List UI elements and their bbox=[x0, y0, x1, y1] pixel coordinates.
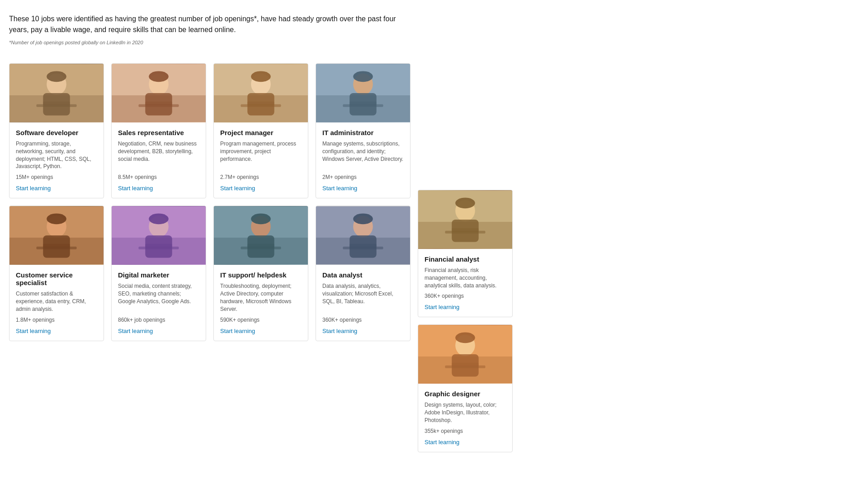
svg-rect-62 bbox=[452, 228, 478, 232]
start-learning-software-developer[interactable]: Start learning bbox=[16, 185, 97, 192]
side-card-financial-analyst: Financial analyst Financial analysis, ri… bbox=[418, 190, 513, 317]
start-learning-financial-analyst[interactable]: Start learning bbox=[425, 304, 506, 310]
card-customer-service-specialist: Customer service specialist Customer sat… bbox=[9, 206, 104, 341]
card-it-support-helpdesk: IT support/ helpdesk Troubleshooting, de… bbox=[213, 206, 308, 341]
side-card-openings-financial-analyst: 360K+ openings bbox=[425, 293, 506, 299]
start-learning-graphic-designer[interactable]: Start learning bbox=[425, 439, 506, 446]
svg-point-39 bbox=[149, 214, 169, 225]
svg-point-25 bbox=[353, 71, 373, 82]
start-learning-sales-representative[interactable]: Start learning bbox=[118, 185, 199, 192]
side-card-image-graphic-designer bbox=[418, 325, 512, 384]
svg-rect-13 bbox=[145, 102, 172, 105]
card-openings-software-developer: 15M+ openings bbox=[16, 174, 97, 180]
card-image-it-support-helpdesk bbox=[214, 206, 308, 265]
card-image-it-administrator bbox=[316, 64, 410, 122]
side-cards: Financial analyst Financial analysis, ri… bbox=[418, 190, 513, 452]
start-learning-it-administrator[interactable]: Start learning bbox=[322, 185, 404, 192]
card-image-customer-service-specialist bbox=[9, 206, 104, 265]
card-desc-project-manager: Program management, process improvement,… bbox=[220, 140, 302, 170]
card-software-developer: Software developer Programming, storage,… bbox=[9, 63, 104, 198]
svg-point-18 bbox=[251, 71, 271, 82]
side-card-title-financial-analyst: Financial analyst bbox=[425, 255, 506, 263]
svg-point-46 bbox=[251, 214, 271, 225]
card-desc-it-support-helpdesk: Troubleshooting, deployment; Active Dire… bbox=[220, 282, 302, 313]
svg-point-60 bbox=[455, 197, 475, 208]
side-card-desc-financial-analyst: Financial analysis, risk management, acc… bbox=[425, 267, 506, 289]
card-image-sales-representative bbox=[112, 64, 206, 122]
card-body-sales-representative: Sales representative Negotiation, CRM, n… bbox=[112, 122, 206, 198]
svg-point-53 bbox=[353, 214, 373, 225]
card-body-project-manager: Project manager Program management, proc… bbox=[214, 122, 308, 198]
svg-rect-55 bbox=[349, 244, 376, 248]
card-it-administrator: IT administrator Manage systems, subscri… bbox=[316, 63, 410, 198]
svg-point-32 bbox=[47, 214, 66, 225]
card-desc-customer-service-specialist: Customer satisfaction & experience, data… bbox=[16, 290, 97, 313]
intro-main-text: These 10 jobs were identified as having … bbox=[9, 14, 398, 35]
card-desc-digital-marketer: Social media, content strategy, SEO, mar… bbox=[118, 282, 199, 313]
start-learning-digital-marketer[interactable]: Start learning bbox=[118, 328, 199, 334]
cards-row-2: Customer service specialist Customer sat… bbox=[9, 206, 410, 341]
card-sales-representative: Sales representative Negotiation, CRM, n… bbox=[111, 63, 206, 198]
card-desc-it-administrator: Manage systems, subscriptions, configura… bbox=[322, 140, 404, 170]
start-learning-data-analyst[interactable]: Start learning bbox=[322, 328, 404, 334]
intro-footnote: *Number of job openings posted globally … bbox=[9, 40, 859, 45]
card-title-data-analyst: Data analyst bbox=[322, 271, 404, 279]
svg-point-67 bbox=[455, 333, 475, 343]
start-learning-customer-service-specialist[interactable]: Start learning bbox=[16, 328, 97, 334]
card-title-it-support-helpdesk: IT support/ helpdesk bbox=[220, 271, 302, 279]
card-title-project-manager: Project manager bbox=[220, 129, 302, 136]
card-openings-project-manager: 2.7M+ openings bbox=[220, 174, 302, 180]
svg-rect-34 bbox=[43, 244, 70, 248]
card-openings-customer-service-specialist: 1.8M+ openings bbox=[16, 317, 97, 323]
start-learning-it-support-helpdesk[interactable]: Start learning bbox=[220, 328, 302, 334]
start-learning-project-manager[interactable]: Start learning bbox=[220, 185, 302, 192]
svg-rect-41 bbox=[145, 244, 172, 248]
side-card-image-financial-analyst bbox=[418, 190, 512, 249]
card-body-digital-marketer: Digital marketer Social media, content s… bbox=[112, 265, 206, 340]
svg-rect-48 bbox=[247, 244, 274, 248]
svg-point-4 bbox=[47, 71, 66, 82]
card-body-software-developer: Software developer Programming, storage,… bbox=[9, 122, 104, 198]
cards-row-1: Software developer Programming, storage,… bbox=[9, 63, 410, 198]
card-openings-data-analyst: 360K+ openings bbox=[322, 317, 404, 323]
card-title-customer-service-specialist: Customer service specialist bbox=[16, 271, 97, 286]
card-title-software-developer: Software developer bbox=[16, 129, 97, 136]
side-card-title-graphic-designer: Graphic designer bbox=[425, 390, 506, 398]
card-image-data-analyst bbox=[316, 206, 410, 265]
card-body-customer-service-specialist: Customer service specialist Customer sat… bbox=[9, 265, 104, 340]
card-body-it-support-helpdesk: IT support/ helpdesk Troubleshooting, de… bbox=[214, 265, 308, 340]
card-title-digital-marketer: Digital marketer bbox=[118, 271, 199, 279]
svg-rect-27 bbox=[349, 102, 376, 105]
card-desc-software-developer: Programming, storage, networking, securi… bbox=[16, 140, 97, 170]
card-project-manager: Project manager Program management, proc… bbox=[213, 63, 308, 198]
svg-rect-20 bbox=[247, 102, 274, 105]
card-openings-sales-representative: 8.5M+ openings bbox=[118, 174, 199, 180]
main-layout: Software developer Programming, storage,… bbox=[9, 63, 859, 452]
side-card-openings-graphic-designer: 355k+ openings bbox=[425, 428, 506, 434]
card-title-sales-representative: Sales representative bbox=[118, 129, 199, 136]
card-openings-it-administrator: 2M+ openings bbox=[322, 174, 404, 180]
side-card-body-graphic-designer: Graphic designer Design systems, layout,… bbox=[418, 384, 512, 451]
side-card-desc-graphic-designer: Design systems, layout, color; Adobe InD… bbox=[425, 401, 506, 424]
card-body-it-administrator: IT administrator Manage systems, subscri… bbox=[316, 122, 410, 198]
card-title-it-administrator: IT administrator bbox=[322, 129, 404, 136]
svg-rect-69 bbox=[452, 363, 478, 366]
card-openings-digital-marketer: 860k+ job openings bbox=[118, 317, 199, 323]
card-image-software-developer bbox=[9, 64, 104, 122]
svg-point-11 bbox=[149, 71, 169, 82]
card-body-data-analyst: Data analyst Data analysis, analytics, v… bbox=[316, 265, 410, 340]
card-digital-marketer: Digital marketer Social media, content s… bbox=[111, 206, 206, 341]
svg-rect-6 bbox=[43, 102, 70, 105]
card-image-digital-marketer bbox=[112, 206, 206, 265]
side-card-body-financial-analyst: Financial analyst Financial analysis, ri… bbox=[418, 249, 512, 317]
card-openings-it-support-helpdesk: 590K+ openings bbox=[220, 317, 302, 323]
cards-left: Software developer Programming, storage,… bbox=[9, 63, 410, 341]
card-image-project-manager bbox=[214, 64, 308, 122]
card-desc-sales-representative: Negotiation, CRM, new business developme… bbox=[118, 140, 199, 170]
card-data-analyst: Data analyst Data analysis, analytics, v… bbox=[316, 206, 410, 341]
card-desc-data-analyst: Data analysis, analytics, visualization;… bbox=[322, 282, 404, 313]
side-card-graphic-designer: Graphic designer Design systems, layout,… bbox=[418, 324, 513, 452]
